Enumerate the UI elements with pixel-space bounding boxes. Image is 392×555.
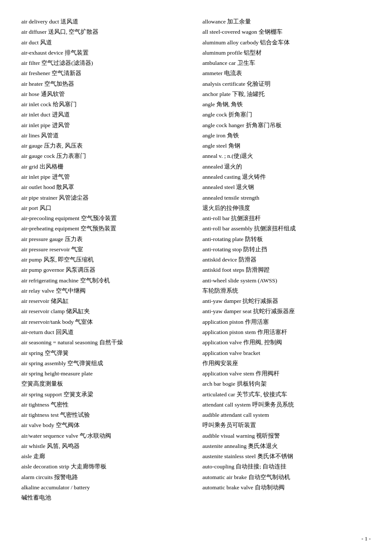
list-item: air tightness 气密性 <box>21 400 190 410</box>
list-item: aluminum profile 铝型材 <box>202 48 371 58</box>
list-item: anti-yaw damper seat 抗蛇行减振器座 <box>202 307 371 316</box>
list-item: automatic brake valve 自动制动阀 <box>202 483 371 492</box>
right-column: allowance 加工余量all steel-covered wagon 全钢… <box>202 17 371 503</box>
list-item: angle 角钢, 角铁 <box>202 100 371 109</box>
list-item: articulated car 关节式车, 铰接式车 <box>202 390 371 399</box>
list-item: angle steel 角钢 <box>202 141 371 151</box>
list-item: anti-yaw damper 抗蛇行减振器 <box>202 296 371 306</box>
list-item: anti-roll bar assembly 抗侧滚扭杆组成 <box>202 224 371 233</box>
list-item: air-preheating equipment 空气预热装置 <box>21 224 190 233</box>
list-item: air-exhaust device 排气装置 <box>21 48 190 58</box>
list-item: allowance 加工余量 <box>202 17 371 26</box>
list-item: antiskid foot steps 防滑脚蹬 <box>202 265 371 275</box>
list-item: anti-rotating stop 防转止挡 <box>202 245 371 254</box>
list-item: angle cock 折角塞门 <box>202 110 371 119</box>
list-item: arch bar bogie 拱板转向架 <box>202 379 371 389</box>
list-item: alkaline accumulator / battery <box>21 483 190 492</box>
list-item: air lines 风管道 <box>21 131 190 140</box>
list-item: annealed casting 退火铸件 <box>202 172 371 182</box>
list-item: air pipe strainer 风管滤尘器 <box>21 193 190 203</box>
list-item: ambulance car 卫生车 <box>202 58 371 68</box>
list-item: anti-wheel slide system (AWSS) <box>202 276 371 285</box>
list-item: air inlet duct 进风道 <box>21 110 190 119</box>
list-item: angle iron 角铁 <box>202 131 371 140</box>
list-item: air pump governor 风泵调压器 <box>21 265 190 275</box>
list-item: air filter 空气过滤器(滤清器) <box>21 58 190 68</box>
page-content: air delivery duct 送风道air diffuser 送风口, 空… <box>21 17 371 503</box>
list-item: anchor plate 下鞍, 油罐托 <box>202 90 371 99</box>
list-item: air seasoning = natural seasoning 自然干燥 <box>21 338 190 347</box>
list-item: analysis certificate 化验证明 <box>202 79 371 89</box>
list-item: air spring 空气弹簧 <box>21 349 190 358</box>
list-item: air spring support 空簧支承梁 <box>21 390 190 399</box>
list-item: angle cock hanger 折角塞门吊板 <box>202 121 371 130</box>
list-item: air spring height-measure plate <box>21 369 190 378</box>
list-item: annealed 退火的 <box>202 162 371 171</box>
list-item: air reservoir 储风缸 <box>21 296 190 306</box>
list-item: annealed steel 退火钢 <box>202 183 371 192</box>
list-item: air whistle 风笛, 风鸣器 <box>21 442 190 451</box>
list-item: anti-roll bar 抗侧滚扭杆 <box>202 214 371 223</box>
list-item: air delivery duct 送风道 <box>21 17 190 26</box>
list-item: air heater 空气加热器 <box>21 79 190 89</box>
list-item: air hose 通风软管 <box>21 90 190 99</box>
list-item: air port 风口 <box>21 203 190 213</box>
list-item: air spring assembly 空气弹簧组成 <box>21 359 190 368</box>
list-item: application piston stem 作用活塞杆 <box>202 328 371 337</box>
list-item: air-return duct 回风道 <box>21 328 190 337</box>
list-item: air tightness test 气密性试验 <box>21 410 190 420</box>
list-item: air pressure reservoir 气室 <box>21 245 190 254</box>
list-item: aisle decoration strip 大走廊饰带板 <box>21 462 190 471</box>
list-item: automatic air brake 自动空气制动机 <box>202 473 371 482</box>
list-item: ammeter 电流表 <box>202 69 371 78</box>
list-item: air refrigerating machine 空气制冷机 <box>21 276 190 285</box>
list-item: air freshener 空气清新器 <box>21 69 190 78</box>
list-item: air/water sequence valve 气/水联动阀 <box>21 431 190 441</box>
list-item: air reservoir clamp 储风缸夹 <box>21 307 190 316</box>
list-item: aluminum alloy carbody 铝合金车体 <box>202 38 371 47</box>
list-item: alarm circuits 报警电路 <box>21 473 190 482</box>
list-item: air valve body 空气阀体 <box>21 421 190 430</box>
list-item: all steel-covered wagon 全钢棚车 <box>202 27 371 37</box>
list-item: auto-coupling 自动挂接; 自动连挂 <box>202 462 371 471</box>
page-number: - 1 - <box>361 535 371 542</box>
list-item: air reservoir/tank body 气室体 <box>21 317 190 327</box>
list-item: application valve 作用阀, 控制阀 <box>202 338 371 347</box>
list-item: austenite stainless steel 奥氏体不锈钢 <box>202 452 371 461</box>
list-item: air inlet pipe 进风管 <box>21 121 190 130</box>
list-item: air pressure gauge 压力表 <box>21 235 190 244</box>
list-item: 碱性蓄电池 <box>21 493 190 503</box>
list-item: air pump 风泵, 即空气压缩机 <box>21 255 190 264</box>
list-item: air diffuser 送风口, 空气扩散器 <box>21 27 190 37</box>
list-item: air relay valve 空气中继阀 <box>21 286 190 296</box>
left-column: air delivery duct 送风道air diffuser 送风口, 空… <box>21 17 190 503</box>
list-item: air inlet pipe 进气管 <box>21 172 190 182</box>
list-item: application piston 作用活塞 <box>202 317 371 327</box>
list-item: 呼叫乘务员可听装置 <box>202 421 371 430</box>
list-item: aisle 走廊 <box>21 452 190 461</box>
list-item: air-precooling equipment 空气预冷装置 <box>21 214 190 223</box>
list-item: 空簧高度测量板 <box>21 379 190 389</box>
list-item: attendant call system 呼叫乘务员系统 <box>202 400 371 410</box>
list-item: audible visual warning 视听报警 <box>202 431 371 441</box>
list-item: austenite annealing 奥氏体退火 <box>202 442 371 451</box>
list-item: air duct 风道 <box>21 38 190 47</box>
list-item: anti-rotating plate 防转板 <box>202 235 371 244</box>
list-item: audible attendant call system <box>202 410 371 420</box>
list-item: 退火后的拉伸强度 <box>202 203 371 213</box>
list-item: antiskid device 防滑器 <box>202 255 371 264</box>
list-item: air outlet hood 散风罩 <box>21 183 190 192</box>
list-item: air grid 出风格栅 <box>21 162 190 171</box>
list-item: 车轮防滑系统 <box>202 286 371 296</box>
list-item: annealed tensile strength <box>202 193 371 203</box>
list-item: application valve stem 作用阀杆 <box>202 369 371 378</box>
list-item: application valve bracket <box>202 349 371 358</box>
list-item: anneal v. ; n.(使)退火 <box>202 151 371 161</box>
list-item: 作用阀安装座 <box>202 359 371 368</box>
list-item: air gauge 压力表, 风压表 <box>21 141 190 151</box>
list-item: air gauge cock 压力表塞门 <box>21 151 190 161</box>
list-item: air inlet cock 给风塞门 <box>21 100 190 109</box>
